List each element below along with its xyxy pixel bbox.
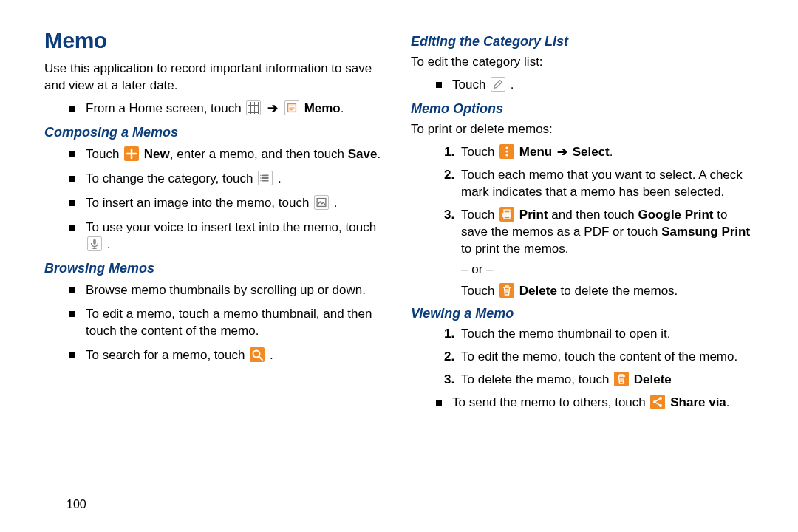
or-separator: – or – <box>461 262 754 279</box>
browsing-item-search: To search for a memo, touch . <box>69 347 387 364</box>
period: . <box>511 78 514 92</box>
menu-dots-icon <box>499 144 514 159</box>
page-title: Memo <box>44 28 387 53</box>
microphone-icon <box>87 236 102 251</box>
manual-page: Memo Use this application to record impo… <box>0 0 798 532</box>
composing-item-image: To insert an image into the memo, touch … <box>69 195 387 212</box>
section-browsing: Browsing Memos <box>44 261 387 276</box>
text: To send the memo to others, touch <box>452 395 649 409</box>
home-screen-step: From a Home screen, touch ➔ Memo. <box>69 100 387 117</box>
svg-rect-11 <box>504 210 510 213</box>
period: . <box>341 101 344 115</box>
image-icon <box>314 195 329 210</box>
options-step-select: Touch each memo that you want to select.… <box>458 167 754 201</box>
svg-point-6 <box>253 351 260 358</box>
text: to delete the memos. <box>557 284 678 298</box>
svg-rect-5 <box>93 239 96 244</box>
text: From a Home screen, touch <box>86 101 245 115</box>
text: To search for a memo, touch <box>86 348 248 362</box>
browsing-item-scroll: Browse memo thumbnails by scrolling up o… <box>69 282 387 299</box>
print-label: Print <box>519 208 548 222</box>
viewing-step-open: Touch the memo thumbnail to open it. <box>458 326 754 343</box>
text: To delete the memo, touch <box>461 372 613 386</box>
text: Touch <box>461 284 498 298</box>
section-memo-options: Memo Options <box>411 101 754 117</box>
memo-app-icon <box>284 100 299 115</box>
intro-text: Use this application to record important… <box>44 61 387 95</box>
text: To use your voice to insert text into th… <box>86 220 376 234</box>
composing-item-voice: To use your voice to insert text into th… <box>69 219 387 253</box>
browsing-item-edit: To edit a memo, touch a memo thumbnail, … <box>69 306 387 340</box>
period: . <box>107 237 111 251</box>
composing-item-new: Touch New, enter a memo, and then touch … <box>69 146 387 163</box>
delete-label: Delete <box>634 372 672 386</box>
composing-item-category: To change the category, touch . <box>69 171 387 188</box>
period: . <box>610 145 613 159</box>
period: . <box>270 348 273 362</box>
arrow-icon: ➔ <box>557 145 567 159</box>
text: Touch <box>461 208 498 222</box>
edit-category-intro: To edit the category list: <box>411 54 754 71</box>
period: . <box>278 171 282 185</box>
share-icon <box>650 395 665 409</box>
left-column: Memo Use this application to record impo… <box>44 28 387 419</box>
pencil-icon <box>491 77 505 92</box>
text: To change the category, touch <box>86 171 256 185</box>
svg-point-7 <box>505 146 508 149</box>
plus-icon <box>124 146 139 161</box>
list-icon <box>258 171 273 185</box>
apps-grid-icon <box>246 100 261 115</box>
viewing-step-edit: To edit the memo, touch the content of t… <box>458 349 754 366</box>
text: , enter a memo, and then touch <box>170 147 348 161</box>
section-viewing: Viewing a Memo <box>411 306 754 321</box>
text: to print the memos. <box>461 242 569 256</box>
share-via-label: Share via <box>670 395 726 409</box>
print-icon <box>499 207 514 222</box>
right-column: Editing the Category List To edit the ca… <box>411 28 754 419</box>
svg-point-3 <box>260 180 261 181</box>
viewing-item-share: To send the memo to others, touch Share … <box>436 395 754 412</box>
trash-icon <box>614 372 629 386</box>
google-print-label: Google Print <box>638 208 714 222</box>
text: Touch <box>461 145 498 159</box>
search-icon <box>250 347 265 362</box>
svg-point-9 <box>505 154 508 156</box>
text: Touch <box>86 147 123 161</box>
svg-point-1 <box>260 174 261 175</box>
options-step-print: Touch Print and then touch Google Print … <box>458 207 754 301</box>
period: . <box>726 395 730 409</box>
svg-point-8 <box>505 150 508 152</box>
text: and then touch <box>548 208 638 222</box>
svg-point-2 <box>260 177 261 178</box>
options-delete-alt: Touch Delete to delete the memos. <box>461 283 754 300</box>
memo-options-intro: To print or delete memos: <box>411 121 754 138</box>
memo-label: Memo <box>304 101 341 115</box>
samsung-print-label: Samsung Print <box>661 225 750 239</box>
edit-category-item: Touch . <box>436 77 754 94</box>
section-composing: Composing a Memos <box>44 125 387 140</box>
menu-label: Menu <box>519 145 552 159</box>
section-edit-category: Editing the Category List <box>411 34 754 50</box>
save-label: Save <box>348 147 378 161</box>
arrow-icon: ➔ <box>267 101 278 115</box>
viewing-step-delete: To delete the memo, touch Delete <box>458 372 754 389</box>
trash-icon <box>499 283 514 298</box>
period: . <box>377 147 381 161</box>
text: Touch <box>452 78 489 92</box>
new-label: New <box>144 147 170 161</box>
options-step-menu: Touch Menu ➔ Select. <box>458 144 754 161</box>
delete-label: Delete <box>519 284 557 298</box>
select-label: Select <box>573 145 610 159</box>
page-number: 100 <box>66 498 86 511</box>
text: To insert an image into the memo, touch <box>86 196 313 210</box>
period: . <box>334 196 338 210</box>
